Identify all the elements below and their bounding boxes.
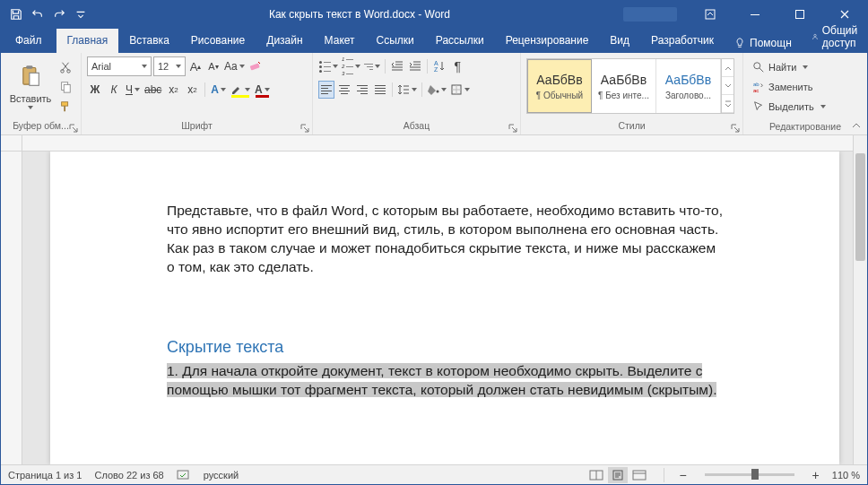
status-page[interactable]: Страница 1 из 1 — [8, 470, 82, 481]
increase-indent-button[interactable] — [407, 57, 423, 75]
vertical-ruler[interactable] — [1, 152, 22, 464]
tab-view[interactable]: Вид — [599, 29, 640, 53]
clear-formatting-button[interactable] — [247, 57, 264, 75]
ribbon-options-icon[interactable] — [690, 1, 731, 28]
grow-font-button[interactable]: A▴ — [187, 57, 204, 75]
body-paragraph-2[interactable]: 1. Для начала откройте документ, текст в… — [167, 362, 723, 400]
collapse-ribbon-button[interactable] — [849, 118, 864, 133]
line-spacing-button[interactable] — [396, 81, 418, 99]
tab-file[interactable]: Файл — [1, 29, 56, 53]
tab-draw[interactable]: Рисование — [180, 29, 256, 53]
text-effects-button[interactable]: A — [210, 81, 227, 99]
borders-button[interactable] — [449, 81, 471, 99]
paste-button[interactable]: Вставить — [4, 56, 56, 116]
multilevel-list-button[interactable] — [363, 57, 381, 75]
heading-text[interactable]: Скрытие текста — [167, 338, 723, 357]
dialog-launcher-icon[interactable] — [69, 124, 78, 133]
bullets-button[interactable] — [318, 57, 339, 75]
svg-rect-10 — [64, 84, 70, 92]
dialog-launcher-icon[interactable] — [508, 124, 517, 133]
align-justify-button[interactable] — [372, 81, 388, 99]
share-button[interactable]: Общий доступ — [801, 24, 868, 53]
minimize-button[interactable] — [734, 1, 776, 28]
shading-button[interactable] — [426, 81, 447, 99]
account-placeholder[interactable] — [623, 7, 677, 22]
tab-review[interactable]: Рецензирование — [495, 29, 600, 53]
tab-home[interactable]: Главная — [56, 29, 119, 53]
status-language[interactable]: русский — [204, 470, 239, 481]
tab-mailings[interactable]: Рассылки — [425, 29, 495, 53]
styles-scroll-up[interactable] — [722, 59, 733, 77]
view-web-layout[interactable] — [629, 467, 649, 483]
tab-layout[interactable]: Макет — [314, 29, 366, 53]
save-icon[interactable] — [6, 4, 26, 24]
select-button[interactable]: Выделить — [752, 98, 826, 116]
redo-icon[interactable] — [49, 4, 69, 24]
tab-references[interactable]: Ссылки — [366, 29, 425, 53]
bold-button[interactable]: Ж — [87, 81, 103, 99]
document-page[interactable]: Представьте, что в файл Word, с которым … — [50, 152, 839, 464]
italic-button[interactable]: К — [106, 81, 122, 99]
paste-icon — [16, 63, 45, 91]
find-button[interactable]: Найти — [752, 58, 826, 76]
styles-scroll-down[interactable] — [722, 77, 733, 95]
styles-expand[interactable] — [722, 95, 733, 113]
group-clipboard-label: Буфер обм... — [1, 120, 81, 134]
tab-design[interactable]: Дизайн — [256, 29, 313, 53]
align-center-button[interactable] — [336, 81, 352, 99]
font-size-combo[interactable]: 12 — [153, 56, 186, 76]
group-styles-label: Стили — [521, 120, 742, 134]
change-case-button[interactable]: Aa — [223, 57, 246, 75]
vertical-scrollbar[interactable] — [853, 135, 867, 464]
zoom-slider[interactable] — [705, 473, 794, 476]
underline-button[interactable]: Ч — [125, 81, 141, 99]
share-label: Общий доступ — [822, 24, 864, 49]
highlight-button[interactable] — [230, 81, 251, 99]
sort-button[interactable]: AZ — [431, 57, 447, 75]
copy-button[interactable] — [56, 78, 74, 96]
selected-text[interactable]: 1. Для начала откройте документ, текст в… — [167, 363, 716, 397]
zoom-in-button[interactable]: + — [812, 468, 820, 482]
align-left-button[interactable] — [318, 81, 334, 99]
svg-rect-12 — [64, 106, 65, 111]
word-window: Как скрыть текст в Word.docx - Word Файл… — [0, 0, 868, 485]
style-no-spacing[interactable]: АаБбВв ¶ Без инте... — [592, 59, 656, 113]
statusbar: Страница 1 из 1 Слово 22 из 68 русский −… — [1, 464, 867, 484]
body-paragraph-1[interactable]: Представьте, что в файл Word, с которым … — [167, 202, 723, 277]
tab-developer[interactable]: Разработчик — [640, 29, 725, 53]
zoom-slider-thumb[interactable] — [751, 469, 759, 480]
show-paragraph-marks-button[interactable]: ¶ — [449, 57, 465, 75]
subscript-button[interactable]: x2 — [165, 81, 181, 99]
dialog-launcher-icon[interactable] — [731, 124, 740, 133]
horizontal-ruler[interactable] — [22, 135, 853, 152]
shrink-font-button[interactable]: A▾ — [205, 57, 221, 75]
tab-insert[interactable]: Вставка — [118, 29, 180, 53]
zoom-out-button[interactable]: − — [679, 468, 686, 482]
undo-icon[interactable] — [28, 4, 48, 24]
cursor-icon — [752, 100, 765, 113]
font-name-combo[interactable]: Arial — [87, 56, 152, 76]
numbering-button[interactable]: 123 — [341, 57, 361, 75]
qat-customize-icon[interactable] — [71, 4, 91, 24]
font-color-button[interactable]: A — [254, 81, 271, 99]
format-painter-button[interactable] — [56, 98, 74, 116]
lightbulb-icon — [733, 37, 746, 49]
status-spellcheck[interactable] — [177, 469, 191, 481]
style-heading1[interactable]: АаБбВв Заголово... — [656, 59, 721, 113]
replace-button[interactable]: abac Заменить — [752, 78, 826, 96]
status-word-count[interactable]: Слово 22 из 68 — [94, 470, 163, 481]
view-read-mode[interactable] — [586, 467, 606, 483]
dialog-launcher-icon[interactable] — [300, 124, 309, 133]
styles-gallery-scroll — [721, 59, 733, 113]
decrease-indent-button[interactable] — [389, 57, 405, 75]
strikethrough-button[interactable]: abc — [143, 81, 162, 99]
tell-me-search[interactable]: Помощн — [725, 37, 801, 53]
scrollbar-thumb[interactable] — [855, 153, 865, 261]
zoom-level[interactable]: 110 % — [832, 470, 860, 481]
view-print-layout[interactable] — [608, 467, 628, 483]
cut-button[interactable] — [56, 58, 74, 76]
style-normal[interactable]: АаБбВв ¶ Обычный — [527, 59, 592, 113]
window-title: Как скрыть текст в Word.docx - Word — [96, 8, 623, 21]
superscript-button[interactable]: x2 — [184, 81, 200, 99]
align-right-button[interactable] — [354, 81, 370, 99]
